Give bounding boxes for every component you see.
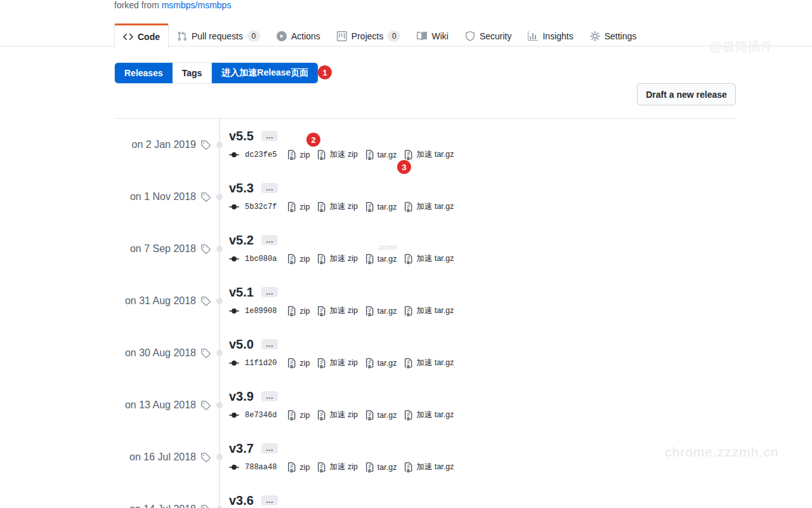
asset-download-link[interactable]: tar.gz	[365, 410, 397, 420]
release-version-link[interactable]: v3.9	[229, 389, 254, 404]
file-zip-icon	[403, 254, 414, 264]
tab-wiki[interactable]: Wiki	[409, 23, 456, 46]
asset-download-link[interactable]: 加速 zip	[317, 201, 357, 212]
release-version-link[interactable]: v5.3	[229, 180, 254, 196]
release-kebab-button[interactable]: …	[261, 443, 278, 453]
tab-label: Code	[138, 32, 160, 42]
release-assets-row: 1e89908 zip 加速 zip tar	[229, 305, 461, 316]
release-assets-row: 1bc080a zip 加速 zip tar	[229, 253, 461, 264]
tab-insights[interactable]: Insights	[520, 23, 581, 46]
kebab-dots: …	[266, 497, 273, 504]
asset-download-link[interactable]: 加速 zip	[317, 358, 357, 368]
asset-download-link[interactable]: zip	[287, 410, 310, 420]
tab-pull-requests[interactable]: Pull requests 0	[169, 23, 268, 46]
release-kebab-button[interactable]: …	[261, 235, 278, 245]
release-date: on 7 Sep 2018	[0, 243, 211, 255]
release-version-link[interactable]: v3.7	[229, 441, 254, 456]
release-kebab-button[interactable]: …	[261, 287, 278, 297]
file-zip-icon	[287, 462, 297, 472]
asset-download-link[interactable]: tar.gz	[365, 462, 397, 472]
asset-download-link[interactable]: zip	[287, 202, 310, 212]
release-commit-link[interactable]: 1e89908	[229, 306, 277, 316]
tab-settings[interactable]: Settings	[582, 23, 645, 46]
release-commit-link[interactable]: 5b32c7f	[229, 202, 277, 212]
release-version-link[interactable]: v5.2	[229, 232, 254, 248]
release-kebab-button[interactable]: …	[261, 495, 278, 505]
asset-download-link[interactable]: zip	[287, 254, 310, 264]
asset-download-link[interactable]: zip	[287, 306, 310, 316]
forked-from-repo-link[interactable]: msmbps/msmbps	[162, 0, 232, 10]
asset-label: 加速 zip	[329, 410, 357, 420]
release-kebab-button[interactable]: …	[261, 391, 278, 401]
file-zip-icon	[365, 202, 375, 212]
file-zip-icon	[365, 254, 375, 264]
draft-new-release-button[interactable]: Draft a new release	[637, 83, 736, 105]
release-commit-link[interactable]: 8e7346d	[229, 410, 277, 420]
accelerate-release-button[interactable]: 进入加速Release页面	[212, 63, 318, 83]
release-body: v5.0 … 11f1d20 zip	[229, 337, 461, 368]
tab-label: Wiki	[431, 31, 448, 41]
asset-download-link[interactable]: tar.gz	[365, 202, 397, 212]
asset-download-link[interactable]: 加速 tar.gz	[403, 253, 454, 264]
timeline-dot	[216, 454, 223, 460]
release-kebab-button[interactable]: …	[261, 183, 278, 193]
asset-download-link[interactable]: 加速 zip	[317, 305, 357, 316]
asset-download-link[interactable]: 加速 zip	[317, 253, 357, 264]
tab-counter: 0	[247, 30, 260, 42]
asset-download-link[interactable]: tar.gz	[365, 254, 397, 264]
asset-download-link[interactable]: 加速 zip	[317, 149, 357, 160]
file-zip-icon	[403, 462, 414, 472]
asset-label: 加速 tar.gz	[416, 462, 454, 472]
asset-label: tar.gz	[377, 463, 397, 472]
tab-actions[interactable]: Actions	[268, 23, 329, 46]
forked-from-label: forked from	[114, 0, 159, 10]
release-version-link[interactable]: v5.0	[229, 337, 254, 352]
code-icon	[123, 32, 133, 42]
asset-download-link[interactable]: tar.gz	[365, 306, 397, 316]
asset-label: tar.gz	[377, 203, 397, 211]
release-commit-link[interactable]: 11f1d20	[229, 358, 277, 368]
asset-download-link[interactable]: zip	[287, 462, 310, 472]
release-commit-link[interactable]: dc23fe5	[229, 150, 277, 160]
asset-download-link[interactable]: 加速 tar.gz	[403, 462, 454, 472]
release-version-link[interactable]: v5.5	[229, 128, 254, 144]
release-timeline: on 2 Jan 2019 v5.5 … dc23fe5	[0, 118, 812, 508]
file-zip-icon	[317, 202, 327, 212]
file-zip-icon	[287, 202, 297, 212]
release-commit-link[interactable]: 788aa48	[229, 462, 277, 472]
asset-download-link[interactable]: 加速 tar.gz	[403, 149, 454, 160]
release-entry: on 14 Jul 2018 v3.6 …	[0, 483, 812, 508]
file-zip-icon	[403, 358, 414, 368]
commit-icon	[229, 202, 239, 212]
asset-download-link[interactable]: 加速 zip	[317, 462, 357, 472]
releases-tab-button[interactable]: Releases	[115, 63, 173, 83]
file-zip-icon	[287, 254, 297, 264]
asset-download-link[interactable]: 加速 tar.gz	[403, 201, 454, 212]
release-title-row: v3.6 …	[229, 493, 278, 508]
release-date-text: on 7 Sep 2018	[130, 243, 196, 255]
asset-download-link[interactable]: 加速 zip	[317, 410, 357, 420]
release-date: on 13 Aug 2018	[0, 399, 211, 411]
tags-tab-button[interactable]: Tags	[173, 63, 213, 83]
tag-icon	[200, 348, 211, 358]
file-zip-icon	[403, 150, 414, 160]
tab-label: Actions	[291, 31, 320, 41]
asset-download-link[interactable]: tar.gz	[365, 150, 397, 160]
release-kebab-button[interactable]: …	[261, 339, 278, 349]
tab-security[interactable]: Security	[457, 23, 520, 46]
release-assets-row: 11f1d20 zip 加速 zip tar	[229, 358, 461, 368]
release-date: on 1 Nov 2018	[0, 190, 211, 203]
asset-download-link[interactable]: 加速 tar.gz	[403, 305, 454, 316]
release-version-link[interactable]: v5.1	[229, 284, 254, 300]
asset-download-link[interactable]: zip	[287, 358, 310, 368]
release-version-link[interactable]: v3.6	[229, 493, 254, 508]
release-kebab-button[interactable]: …	[261, 131, 278, 141]
asset-download-link[interactable]: zip	[287, 150, 310, 160]
release-commit-link[interactable]: 1bc080a	[229, 254, 277, 264]
asset-download-link[interactable]: tar.gz	[365, 358, 397, 368]
asset-download-link[interactable]: 加速 tar.gz	[403, 358, 454, 368]
kebab-dots: …	[266, 445, 273, 451]
asset-download-link[interactable]: 加速 tar.gz	[403, 410, 454, 420]
tab-projects[interactable]: Projects 0	[329, 23, 409, 46]
tab-code[interactable]: Code	[114, 23, 169, 48]
